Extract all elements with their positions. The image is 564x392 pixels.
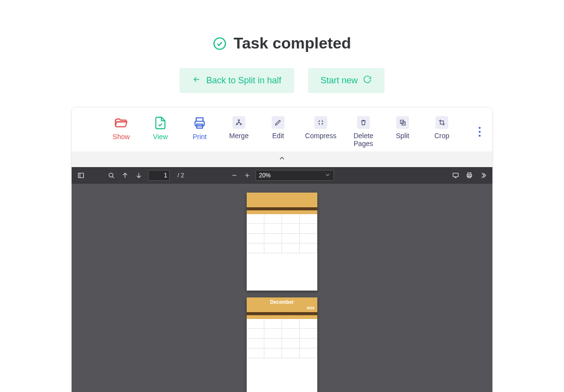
prev-page-button[interactable]: [121, 171, 129, 180]
check-circle-icon: [213, 37, 227, 50]
trash-icon: [357, 116, 370, 129]
svg-point-9: [109, 173, 113, 177]
pdf-canvas[interactable]: December 2023: [72, 184, 492, 392]
print-label: Print: [193, 133, 207, 141]
split-button[interactable]: Split: [390, 116, 415, 147]
delete-pages-button[interactable]: Delete Pages: [351, 116, 376, 147]
zoom-out-button[interactable]: [230, 171, 239, 180]
page-title: Task completed: [233, 34, 351, 52]
pdf-file-icon: [154, 116, 167, 130]
compress-icon: [314, 116, 327, 129]
crop-icon: [436, 116, 448, 129]
printer-icon: [193, 116, 206, 130]
refresh-icon: [363, 75, 372, 86]
back-button-label: Back to Split in half: [206, 75, 281, 86]
merge-button[interactable]: Merge: [227, 116, 251, 147]
presentation-button[interactable]: [451, 171, 460, 180]
search-button[interactable]: [107, 171, 116, 180]
edit-label: Edit: [272, 132, 284, 140]
view-label: View: [153, 133, 168, 141]
edit-button[interactable]: Edit: [266, 116, 290, 147]
zoom-value: 20%: [259, 172, 271, 179]
crop-label: Crop: [435, 132, 449, 140]
show-button[interactable]: Show: [109, 116, 133, 147]
merge-label: Merge: [229, 132, 249, 140]
print-pdf-button[interactable]: [465, 171, 474, 180]
page2-month: December: [270, 299, 294, 305]
more-menu-button[interactable]: [472, 124, 487, 140]
collapse-toolbar-button[interactable]: [72, 151, 492, 167]
svg-rect-8: [78, 173, 84, 178]
split-label: Split: [396, 132, 409, 140]
compress-button[interactable]: Compress: [305, 116, 336, 147]
pdf-viewer-toolbar: / 2 20%: [72, 167, 492, 184]
toolbar: Show View Print Merge: [72, 107, 492, 151]
view-button[interactable]: View: [148, 116, 173, 147]
svg-point-0: [214, 38, 226, 49]
back-button[interactable]: Back to Split in half: [179, 68, 294, 93]
page2-year: 2023: [247, 305, 317, 311]
merge-icon: [232, 116, 245, 129]
compress-label: Compress: [305, 132, 336, 140]
chevron-down-icon: [325, 172, 331, 179]
svg-point-5: [240, 123, 242, 125]
pdf-page-1[interactable]: [247, 193, 317, 291]
pencil-icon: [272, 116, 284, 129]
show-label: Show: [113, 133, 130, 141]
crop-button[interactable]: Crop: [430, 116, 454, 147]
svg-point-4: [236, 123, 238, 125]
pdf-page-2[interactable]: December 2023: [247, 297, 317, 392]
page-total-label: / 2: [178, 172, 184, 179]
print-button[interactable]: Print: [187, 116, 212, 147]
next-page-button[interactable]: [134, 171, 143, 180]
start-new-button-label: Start new: [321, 75, 358, 86]
zoom-select[interactable]: 20%: [256, 170, 334, 181]
start-new-button[interactable]: Start new: [308, 68, 385, 93]
chevron-up-icon: [278, 154, 286, 164]
viewer-card: Show View Print Merge: [71, 107, 493, 392]
folder-open-icon: [114, 116, 128, 130]
svg-point-3: [238, 120, 240, 121]
svg-rect-10: [453, 173, 459, 177]
split-icon: [396, 116, 409, 129]
tools-menu-button[interactable]: [479, 171, 487, 180]
arrow-left-icon: [192, 75, 201, 86]
delete-pages-label: Delete Pages: [354, 132, 373, 147]
page-number-input[interactable]: [148, 170, 170, 181]
zoom-in-button[interactable]: [243, 171, 252, 180]
sidebar-toggle-button[interactable]: [77, 171, 85, 180]
